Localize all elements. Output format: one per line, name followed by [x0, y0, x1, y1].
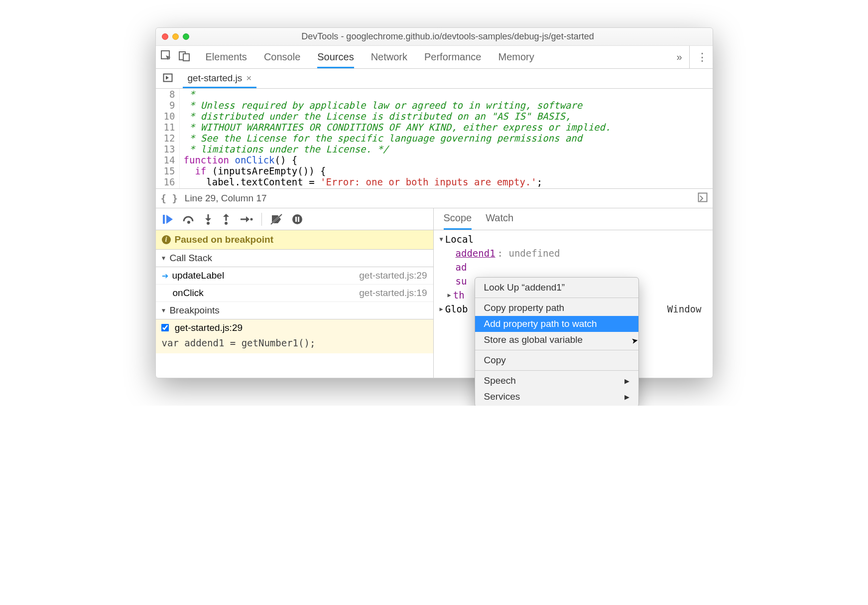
deactivate-breakpoints-button[interactable] — [271, 214, 283, 224]
pause-on-exceptions-button[interactable] — [292, 214, 303, 225]
variable-name: ad — [456, 260, 467, 274]
svg-point-12 — [292, 214, 302, 224]
frame-function: onClick — [173, 288, 204, 299]
frame-location: get-started.js:19 — [359, 288, 427, 299]
submenu-arrow-icon: ▶ — [624, 377, 629, 385]
scope-local-header[interactable]: ▼ Local — [434, 232, 713, 246]
svg-point-7 — [207, 222, 210, 225]
svg-rect-14 — [298, 217, 299, 222]
paused-message: i Paused on breakpoint — [156, 230, 433, 250]
cursor-icon: ➤ — [630, 335, 638, 346]
traffic-lights — [162, 33, 189, 40]
scope-tab-watch[interactable]: Watch — [486, 212, 513, 230]
svg-point-6 — [187, 221, 190, 224]
call-stack-frame[interactable]: onClickget-started.js:19 — [156, 285, 433, 302]
scope-watch-tabs: ScopeWatch — [434, 208, 713, 230]
pretty-print-icon[interactable]: { } — [161, 193, 178, 204]
file-tab-label: get-started.js — [188, 73, 243, 84]
expand-icon: ▼ — [161, 307, 167, 314]
close-window-button[interactable] — [162, 33, 168, 40]
svg-rect-5 — [163, 215, 165, 224]
inspect-element-icon[interactable] — [161, 50, 172, 64]
file-tabbar: get-started.js × — [156, 69, 713, 89]
context-menu-item[interactable]: Store as global variable — [475, 332, 638, 348]
context-menu-item[interactable]: Services▶ — [475, 389, 638, 405]
menu-separator — [475, 350, 638, 350]
variable-name: su — [456, 274, 467, 288]
call-stack-header[interactable]: ▼ Call Stack — [156, 250, 433, 267]
breakpoint-code: var addend1 = getNumber1(); — [156, 336, 433, 353]
file-tab[interactable]: get-started.js × — [183, 69, 257, 88]
call-stack-list: updateLabelget-started.js:29onClickget-s… — [156, 267, 433, 302]
line-gutter: 8910111213141516 — [156, 89, 180, 188]
kebab-menu-icon[interactable]: ⋮ — [697, 51, 708, 64]
svg-point-9 — [250, 218, 252, 220]
resume-button[interactable] — [162, 214, 174, 225]
scope-variable[interactable]: addend1: undefined — [434, 246, 713, 260]
device-toolbar-icon[interactable] — [179, 50, 190, 64]
svg-point-8 — [225, 222, 228, 225]
submenu-arrow-icon: ▶ — [624, 393, 629, 401]
svg-rect-2 — [183, 54, 189, 61]
frame-function: updateLabel — [172, 270, 225, 281]
scope-tab-scope[interactable]: Scope — [444, 212, 472, 230]
step-over-button[interactable] — [183, 214, 195, 224]
svg-rect-13 — [295, 217, 297, 222]
source-editor[interactable]: 8910111213141516 * * Unless required by … — [156, 89, 713, 188]
context-menu-item[interactable]: Speech▶ — [475, 373, 638, 389]
variable-name: th — [453, 288, 465, 302]
context-menu-item[interactable]: Copy — [475, 352, 638, 368]
zoom-window-button[interactable] — [183, 33, 189, 40]
panel-tab-console[interactable]: Console — [264, 46, 300, 68]
step-button[interactable] — [240, 215, 252, 224]
context-menu-item[interactable]: Add property path to watch — [475, 316, 638, 332]
menu-separator — [475, 298, 638, 298]
scope-variable[interactable]: ad — [434, 260, 713, 274]
breakpoint-label: get-started.js:29 — [175, 322, 243, 333]
panel-tabs: ElementsConsoleSourcesNetworkPerformance… — [206, 46, 670, 68]
editor-status-bar: { } Line 29, Column 17 — [156, 188, 713, 208]
context-menu: Look Up “addend1”Copy property pathAdd p… — [475, 277, 639, 406]
call-stack-frame[interactable]: updateLabelget-started.js:29 — [156, 267, 433, 285]
debugger-left-column: i Paused on breakpoint ▼ Call Stack upda… — [156, 208, 434, 378]
context-menu-item[interactable]: Look Up “addend1” — [475, 280, 638, 296]
expand-icon: ▼ — [161, 255, 167, 262]
coverage-toggle-icon[interactable] — [698, 192, 708, 205]
step-into-button[interactable] — [204, 214, 213, 225]
minimize-window-button[interactable] — [172, 33, 179, 40]
main-toolbar: ElementsConsoleSourcesNetworkPerformance… — [156, 46, 713, 69]
menu-separator — [475, 370, 638, 371]
breakpoints-header[interactable]: ▼ Breakpoints — [156, 302, 433, 319]
close-tab-icon[interactable]: × — [246, 73, 251, 84]
panel-tab-memory[interactable]: Memory — [498, 46, 534, 68]
expand-icon: ▶ — [448, 288, 451, 302]
expand-icon: ▼ — [440, 232, 443, 246]
breakpoint-item[interactable]: get-started.js:29 — [156, 319, 433, 336]
titlebar: DevTools - googlechrome.github.io/devtoo… — [156, 28, 713, 46]
variable-name: addend1 — [456, 246, 496, 260]
code-content: * * Unless required by applicable law or… — [180, 89, 611, 188]
breakpoint-checkbox[interactable] — [161, 324, 169, 332]
info-icon: i — [162, 235, 171, 244]
more-tabs-icon[interactable]: » — [676, 51, 682, 63]
scope-global-value: Window — [667, 302, 702, 316]
context-menu-item[interactable]: Copy property path — [475, 300, 638, 316]
debug-controls — [156, 208, 433, 230]
step-out-button[interactable] — [222, 214, 231, 225]
svg-rect-4 — [698, 193, 707, 201]
window-title: DevTools - googlechrome.github.io/devtoo… — [189, 31, 707, 42]
panel-tab-sources[interactable]: Sources — [317, 46, 354, 68]
frame-location: get-started.js:29 — [359, 270, 427, 281]
cursor-position: Line 29, Column 17 — [185, 193, 267, 204]
breakpoints-list: get-started.js:29var addend1 = getNumber… — [156, 319, 433, 353]
show-navigator-icon[interactable] — [163, 73, 173, 84]
expand-icon: ▶ — [440, 302, 443, 316]
panel-tab-network[interactable]: Network — [371, 46, 407, 68]
devtools-window: DevTools - googlechrome.github.io/devtoo… — [155, 27, 713, 378]
panel-tab-elements[interactable]: Elements — [206, 46, 247, 68]
panel-tab-performance[interactable]: Performance — [424, 46, 482, 68]
